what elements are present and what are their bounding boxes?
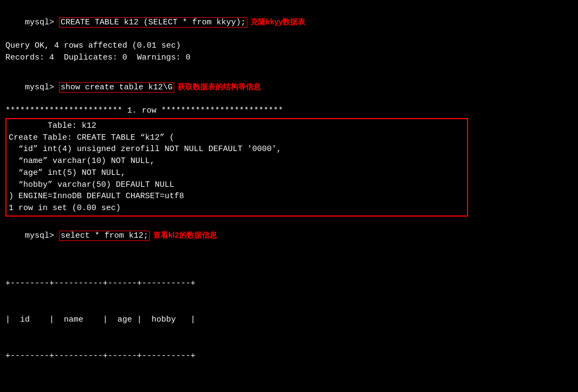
command-line-1: mysql> CREATE TABLE k12 (SELECT * from k… (5, 4, 573, 40)
annotation-1: 克隆kkyy数据表 (251, 17, 305, 26)
command-1-box: CREATE TABLE k12 (SELECT * from kkyy); (59, 17, 247, 28)
output-line-1: Query OK, 4 rows affected (0.01 sec) (5, 40, 573, 52)
prompt-2: mysql> (25, 83, 59, 92)
result-line-8: 1 row in set (0.00 sec) (9, 202, 465, 214)
table-header: | id | name | age | hobby | (5, 314, 573, 326)
result-line-4: “name” varchar(10) NOT NULL, (9, 155, 465, 167)
result-line-6: “hobby” varchar(50) DEFAULT NULL (9, 179, 465, 191)
result-line-7: ) ENGINE=InnoDB DEFAULT CHARSET=utf8 (9, 191, 465, 202)
terminal: mysql> CREATE TABLE k12 (SELECT * from k… (5, 4, 573, 392)
result-box: Table: k12 Create Table: CREATE TABLE “k… (5, 118, 468, 217)
result-line-1: Table: k12 (9, 120, 465, 132)
annotation-3: 查看kl2的数据信息 (153, 231, 216, 239)
result-line-5: “age” int(5) NOT NULL, (9, 167, 465, 179)
annotation-2: 获取数据表的结构等信息 (178, 82, 261, 91)
command-line-2: mysql> show create table k12\G获取数据表的结构等信… (5, 69, 573, 105)
table-output: +--------+----------+------+----------+ … (5, 253, 573, 392)
command-line-3: mysql> select * from k12;查看kl2的数据信息 (5, 218, 573, 253)
prompt-1: mysql> (25, 18, 59, 27)
result-line-2: Create Table: CREATE TABLE “k12” ( (9, 132, 465, 144)
table-separator-header: +--------+----------+------+----------+ (5, 350, 573, 362)
table-separator-top: +--------+----------+------+----------+ (5, 278, 573, 290)
prompt-3: mysql> (25, 231, 59, 240)
command-2-box: show create table k12\G (59, 82, 174, 93)
result-line-3: “id” int(4) unsigned zerofill NOT NULL D… (9, 143, 465, 155)
command-3-box: select * from k12; (59, 231, 150, 241)
output-line-2: Records: 4 Duplicates: 0 Warnings: 0 (5, 52, 573, 64)
stars-line: ************************ 1. row ********… (5, 105, 573, 117)
